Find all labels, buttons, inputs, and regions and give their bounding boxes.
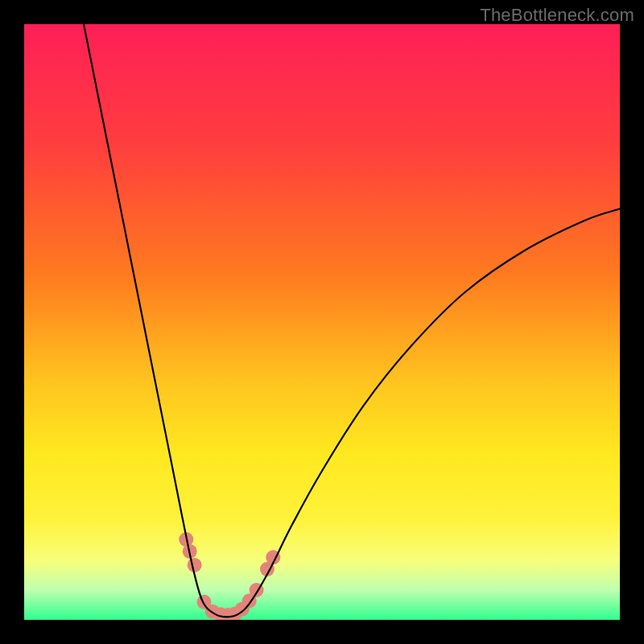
chart-frame: TheBottleneck.com <box>0 0 644 644</box>
plot-area <box>24 24 620 620</box>
gradient-background <box>24 24 620 620</box>
data-dot <box>188 558 202 572</box>
watermark-text: TheBottleneck.com <box>480 5 634 26</box>
plot-svg <box>24 24 620 620</box>
